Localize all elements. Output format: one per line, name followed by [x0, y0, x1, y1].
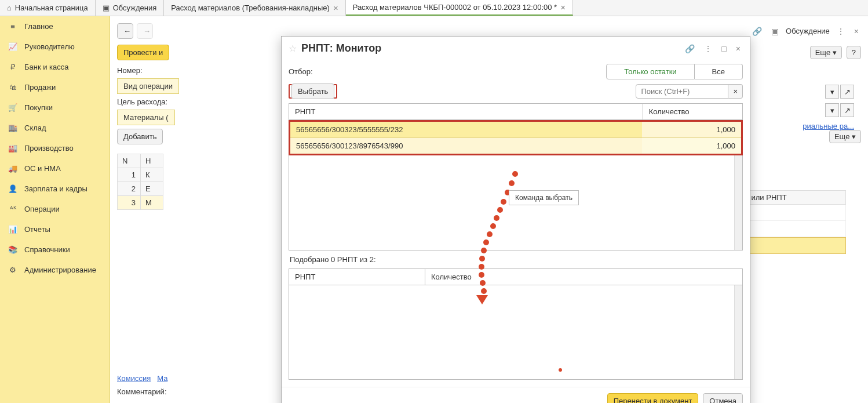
more-button-2[interactable]: Еще ▾: [829, 130, 861, 143]
gear-icon: ⚙: [8, 266, 17, 274]
ruble-icon: ₽: [8, 63, 17, 71]
sidebar-item-assets[interactable]: 🚚ОС и НМА: [0, 158, 110, 179]
rnpt-monitor-modal: ☆ РНПТ: Монитор 🔗 ⋮ □ × Отбор: Только ос…: [281, 36, 750, 403]
tab-label: Расход материалов ЧКБП-000002 от 05.10.2…: [353, 3, 557, 12]
bag-icon: 🛍: [8, 83, 17, 92]
col-rnpt[interactable]: РНПТ: [289, 268, 425, 285]
chart-icon: 📈: [8, 42, 17, 51]
dropdown-icon[interactable]: ▾: [825, 103, 839, 117]
sidebar-item-catalogs[interactable]: 📚Справочники: [0, 239, 110, 260]
col-n: N: [118, 154, 141, 168]
toggle-only-remains[interactable]: Только остатки: [606, 64, 694, 79]
content-area: ← → 🔗 ▣ Обсуждение ⋮ × Провести и Еще ▾ …: [110, 16, 868, 403]
tab-discuss[interactable]: ▣ Обсуждения: [96, 0, 165, 16]
col-qty[interactable]: Количество: [643, 104, 742, 120]
sidebar-item-label: Покупки: [24, 103, 53, 112]
process-button[interactable]: Провести и: [117, 45, 169, 60]
sidebar-item-operations[interactable]: ᴬᴷОперации: [0, 199, 110, 219]
sidebar-item-sales[interactable]: 🛍Продажи: [0, 77, 110, 97]
rnpt-table: РНПТ Количество: [289, 103, 743, 120]
link-icon[interactable]: 🔗: [683, 43, 697, 55]
sidebar-item-admin[interactable]: ⚙Администрирование: [0, 260, 110, 280]
select-button[interactable]: Выбрать: [291, 83, 334, 99]
sidebar-item-purchases[interactable]: 🛒Покупки: [0, 97, 110, 118]
dropdown-icon[interactable]: ▾: [825, 85, 839, 99]
maximize-icon[interactable]: □: [719, 43, 728, 55]
menu-icon: ≡: [8, 22, 17, 31]
op-type-label: Вид операции: [117, 78, 179, 94]
rnpt-row[interactable]: 56565656/300123/8976543/990 1,000: [290, 138, 741, 154]
sidebar-item-label: Зарплата и кадры: [24, 184, 87, 193]
open-icon[interactable]: ↗: [840, 103, 854, 117]
sidebar-item-reports[interactable]: 📊Отчеты: [0, 219, 110, 239]
table-row[interactable]: 1К: [118, 168, 163, 182]
discuss-icon: ▣: [103, 3, 110, 12]
col-rnpt[interactable]: РНПТ: [289, 104, 643, 120]
nav-back-button[interactable]: ←: [117, 23, 133, 39]
col-qty[interactable]: Количество: [425, 268, 742, 285]
sidebar-item-warehouse[interactable]: 🏬Склад: [0, 118, 110, 138]
tab-bar: ⌂ Начальная страница ▣ Обсуждения Расход…: [0, 0, 868, 16]
modal-title: РНПТ: Монитор: [301, 42, 678, 55]
sidebar-item-bank[interactable]: ₽Банк и касса: [0, 57, 110, 77]
sidebar-item-mgr[interactable]: 📈Руководителю: [0, 37, 110, 57]
col-name: Н: [141, 154, 163, 168]
table-row[interactable]: 2Е: [118, 182, 163, 196]
close-icon[interactable]: ×: [333, 3, 338, 13]
sidebar-item-label: Производство: [24, 144, 74, 153]
table-row[interactable]: 3М: [118, 196, 163, 210]
ma-link[interactable]: Ма: [157, 374, 167, 383]
more-vert-icon[interactable]: ⋮: [834, 26, 847, 37]
tab-label: Расход материалов (Требования-накладные): [171, 3, 330, 12]
sidebar-item-production[interactable]: 🏭Производство: [0, 138, 110, 158]
tab-home[interactable]: ⌂ Начальная страница: [0, 0, 96, 16]
tab-expense-list[interactable]: Расход материалов (Требования-накладные)…: [164, 0, 345, 16]
rnpt-row[interactable]: 56565656/300323/5555555/232 1,000: [290, 122, 741, 138]
sidebar-item-hr[interactable]: 👤Зарплата и кадры: [0, 179, 110, 199]
tab-label: Обсуждения: [113, 3, 157, 12]
close-icon[interactable]: ×: [734, 43, 743, 55]
person-icon: 👤: [8, 184, 17, 193]
sidebar-item-main[interactable]: ≡Главное: [0, 16, 110, 37]
search-input[interactable]: [636, 84, 728, 99]
sidebar-item-label: ОС и НМА: [24, 164, 61, 173]
close-icon[interactable]: ×: [852, 26, 861, 37]
factory-icon: 🏭: [8, 144, 17, 153]
clear-search-button[interactable]: ×: [728, 84, 743, 99]
discuss-label[interactable]: Обсуждение: [786, 27, 830, 35]
sidebar-item-label: Отчеты: [24, 225, 50, 234]
discuss-icon[interactable]: ▣: [769, 26, 781, 37]
purpose-label: Цель расхода:: [117, 97, 167, 106]
books-icon: 📚: [8, 245, 17, 254]
commission-link[interactable]: Комиссия: [117, 374, 151, 383]
sidebar-item-label: Операции: [24, 205, 60, 213]
link-icon[interactable]: 🔗: [750, 26, 764, 37]
sidebar-item-label: Справочники: [24, 245, 70, 254]
star-icon[interactable]: ☆: [289, 43, 297, 54]
sidebar-item-label: Руководителю: [24, 42, 75, 51]
nav-fwd-button[interactable]: →: [137, 23, 153, 39]
link-materials[interactable]: риальные ра...: [803, 122, 854, 130]
tab-label: Начальная страница: [15, 3, 88, 12]
add-button[interactable]: Добавить: [117, 129, 163, 144]
tab-expense-doc[interactable]: Расход материалов ЧКБП-000002 от 05.10.2…: [346, 0, 573, 16]
more-button[interactable]: Еще ▾: [810, 46, 842, 59]
open-icon[interactable]: ↗: [840, 85, 854, 99]
transfer-button[interactable]: Перенести в документ: [607, 393, 699, 403]
materials-tab[interactable]: Материалы (: [117, 110, 175, 125]
materials-table: NН 1К 2Е 3М: [117, 154, 163, 210]
filter-label: Отбор:: [289, 67, 313, 76]
cart-icon: 🛒: [8, 103, 17, 112]
toggle-all[interactable]: Все: [695, 64, 743, 79]
more-vert-icon[interactable]: ⋮: [702, 43, 714, 55]
cancel-button[interactable]: Отмена: [703, 393, 743, 403]
home-icon: ⌂: [7, 3, 12, 12]
sidebar-item-label: Банк и касса: [24, 63, 69, 71]
scrollbar[interactable]: [734, 155, 742, 250]
scrollbar[interactable]: [734, 285, 742, 380]
select-hint-tooltip: Команда выбрать: [509, 190, 579, 205]
help-button[interactable]: ?: [847, 46, 861, 59]
sidebar-item-label: Администрирование: [24, 266, 96, 274]
close-icon[interactable]: ×: [560, 2, 566, 12]
warehouse-icon: 🏬: [8, 124, 17, 132]
